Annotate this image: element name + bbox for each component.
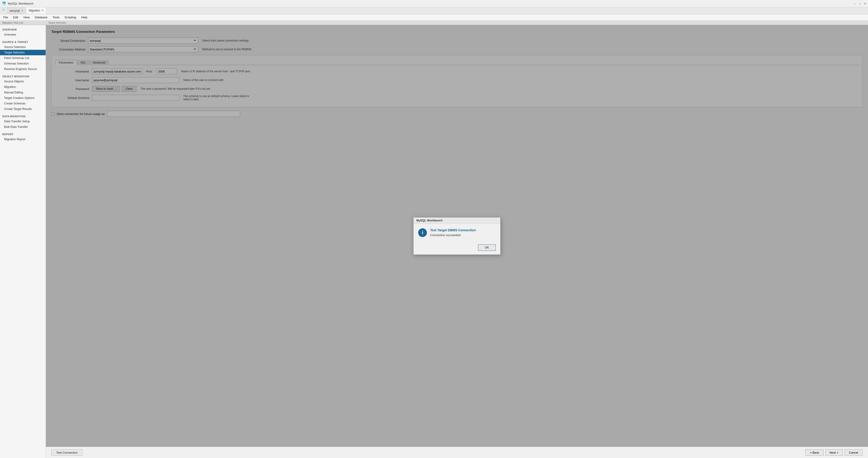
back-button[interactable]: < Back (805, 449, 823, 456)
title-bar: 🐬 MySQL Workbench ─ □ ✕ (0, 0, 868, 7)
sidebar-item-source-selection[interactable]: Source Selection (0, 44, 45, 50)
sidebar-item-reverse-engineer-source[interactable]: Reverse Engineer Source (0, 66, 45, 72)
sidebar: Migration Task List OVERVIEWOverviewSOUR… (0, 21, 46, 458)
sidebar-section-report: REPORT (0, 131, 45, 136)
tab-migration-label: Migration (29, 9, 40, 12)
sidebar-item-target-creation-options[interactable]: Target Creation Options (0, 95, 45, 101)
menu-view[interactable]: View (21, 15, 32, 20)
content-area: Target Selection Target RDBMS Connection… (46, 21, 868, 458)
menu-edit[interactable]: Edit (11, 15, 21, 20)
close-button[interactable]: ✕ (864, 2, 866, 5)
minimize-button[interactable]: ─ (854, 2, 858, 5)
menu-tools[interactable]: Tools (50, 15, 62, 20)
sidebar-section-source-&-target: SOURCE & TARGET (0, 39, 45, 44)
cancel-button[interactable]: Cancel (845, 449, 863, 456)
modal-description: Connection succeeded. (430, 233, 496, 237)
modal-text-block: Test Target DBMS Connection Connection s… (430, 228, 496, 237)
modal-content-row: i Test Target DBMS Connection Connection… (418, 228, 496, 237)
sidebar-item-source-objects[interactable]: Source Objects (0, 79, 45, 84)
next-button[interactable]: Next > (825, 449, 843, 456)
maximize-button[interactable]: □ (859, 2, 863, 5)
tab-azmysql[interactable]: azmysql ✕ (7, 7, 26, 14)
modal-overlay: MySQL Workbench i Test Target DBMS Conne… (46, 25, 868, 447)
tab-azmysql-label: azmysql (10, 9, 20, 12)
sidebar-section-data-migration: DATA MIGRATION (0, 113, 45, 119)
tab-bar: ⌂ azmysql ✕ Migration ✕ (0, 7, 868, 14)
content-breadcrumb: Target Selection (46, 21, 868, 25)
modal-heading: Test Target DBMS Connection (430, 228, 496, 232)
main-layout: Migration Task List OVERVIEWOverviewSOUR… (0, 21, 868, 458)
modal-title: MySQL Workbench (413, 217, 500, 224)
app-title: MySQL Workbench (8, 2, 33, 5)
tab-migration-close[interactable]: ✕ (41, 9, 43, 12)
sidebar-item-migration-report[interactable]: Migration Report (0, 136, 45, 142)
sidebar-item-target-selection[interactable]: Target Selection (0, 50, 45, 55)
modal-footer: OK (413, 244, 500, 254)
sidebar-item-bulk-data-transfer[interactable]: Bulk Data Transfer (0, 124, 45, 130)
home-tab[interactable]: ⌂ (0, 7, 7, 14)
sidebar-label: Migration Task List (0, 21, 45, 25)
sidebar-section-overview: OVERVIEW (0, 26, 45, 32)
menu-scripting[interactable]: Scripting (62, 15, 79, 20)
tab-migration[interactable]: Migration ✕ (26, 7, 46, 14)
menu-file[interactable]: File (1, 15, 10, 20)
app-icon: 🐬 (2, 1, 6, 6)
content-body: Target RDBMS Connection Parameters Store… (46, 25, 868, 447)
menu-bar: File Edit View Database Tools Scripting … (0, 14, 868, 21)
modal-ok-button[interactable]: OK (478, 244, 496, 251)
modal-box: MySQL Workbench i Test Target DBMS Conne… (413, 217, 500, 255)
sidebar-item-manual-editing[interactable]: Manual Editing (0, 90, 45, 95)
test-connection-button[interactable]: Test Connection (51, 449, 82, 456)
bottom-toolbar: Test Connection < Back Next > Cancel (46, 447, 868, 458)
modal-body: i Test Target DBMS Connection Connection… (413, 224, 500, 244)
sidebar-item-fetch-schemas-list[interactable]: Fetch Schemas List (0, 55, 45, 61)
sidebar-item-overview[interactable]: Overview (0, 32, 45, 37)
tab-azmysql-close[interactable]: ✕ (21, 9, 23, 12)
sidebar-item-data-transfer-setup[interactable]: Data Transfer Setup (0, 119, 45, 124)
sidebar-item-create-schemas[interactable]: Create Schemas (0, 101, 45, 106)
sidebar-item-schemas-selection[interactable]: Schemas Selection (0, 61, 45, 66)
sidebar-section-object-migration: OBJECT MIGRATION (0, 73, 45, 79)
bottom-right-buttons: < Back Next > Cancel (805, 449, 863, 456)
sidebar-item-migration[interactable]: Migration (0, 84, 45, 90)
sidebar-item-create-target-results[interactable]: Create Target Results (0, 106, 45, 112)
menu-help[interactable]: Help (79, 15, 90, 20)
menu-database[interactable]: Database (32, 15, 50, 20)
modal-info-icon: i (418, 228, 427, 237)
